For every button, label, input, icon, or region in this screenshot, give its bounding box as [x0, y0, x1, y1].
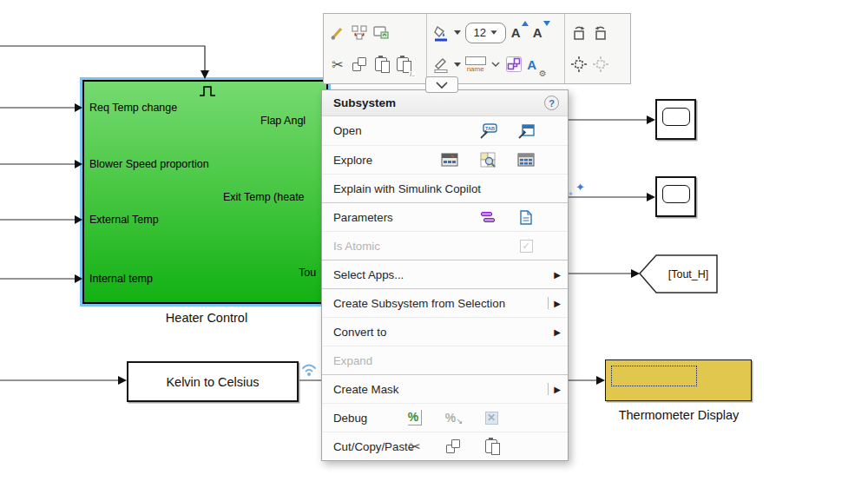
submenu-arrow-icon: ▶ [554, 270, 561, 280]
signal-table-icon[interactable] [431, 151, 469, 168]
block-parameters-icon[interactable] [469, 209, 507, 226]
copy-as-image-button[interactable] [372, 22, 390, 44]
coverage-on-icon[interactable]: % [396, 410, 434, 425]
heater-block-caption: Heater Control [82, 311, 331, 325]
heater-control-subsystem-block[interactable]: Req Temp change Blower Speed proportion … [82, 80, 328, 304]
context-menu-title: Subsystem [333, 96, 544, 109]
scope-screen [662, 185, 690, 203]
subsystem-context-menu: Subsystem ? Open TAB [321, 89, 569, 461]
paste-button[interactable] [372, 53, 390, 76]
decrease-font-button[interactable]: A [532, 22, 549, 44]
menu-item-parameters[interactable]: Parameters [322, 202, 568, 231]
simulink-model-canvas: [Tout_H] Req Temp change Blower Speed pr… [0, 0, 868, 488]
font-size-combo[interactable]: 12 [465, 23, 506, 43]
rotate-counterclockwise-button[interactable] [592, 22, 609, 44]
font-size-caret [490, 30, 496, 35]
thermometer-screen [611, 366, 697, 386]
line-color-dropdown-caret[interactable] [454, 63, 461, 67]
font-size-value: 12 [473, 26, 485, 39]
svg-text:TAB: TAB [485, 126, 495, 131]
increase-font-button[interactable]: A [510, 22, 528, 44]
copilot-sparkles-icon[interactable]: ✦✦ [557, 181, 595, 196]
help-icon[interactable]: ? [544, 96, 559, 110]
toolbar-group-clipboard: ✂ /.. [324, 14, 426, 83]
input-port-label: Blower Speed proportion [89, 157, 209, 171]
menu-item-convert-to[interactable]: Convert to ▶ [322, 317, 568, 346]
autosize-block-button[interactable] [570, 53, 588, 76]
menu-item-create-subsystem[interactable]: Create Subsystem from Selection ▶ [322, 288, 568, 317]
paste-icon[interactable] [472, 439, 510, 455]
kelvin-label: Kelvin to Celsius [166, 375, 259, 389]
find-in-model-icon[interactable] [469, 151, 507, 168]
show-block-name-button[interactable]: name [465, 53, 486, 76]
line-color-button[interactable] [432, 53, 450, 76]
format-painter-button[interactable] [329, 22, 346, 44]
block-name-caret[interactable] [490, 61, 501, 68]
wire-trigger[interactable] [0, 46, 205, 70]
model-explorer-icon[interactable] [507, 151, 545, 168]
copy-icon[interactable] [434, 439, 472, 455]
menu-item-create-mask[interactable]: Create Mask ▶ [322, 374, 568, 403]
scope-screen [662, 108, 690, 126]
autosize-block-disabled-button [592, 53, 609, 76]
context-menu-header: Subsystem ? [322, 90, 568, 116]
trigger-port-icon [198, 84, 219, 97]
scope-block-1[interactable] [655, 99, 696, 140]
menu-item-select-apps[interactable]: Select Apps... ▶ [322, 260, 568, 288]
toolbar-group-rotate [564, 14, 630, 83]
kelvin-to-celsius-block[interactable]: Kelvin to Celsius [127, 361, 299, 402]
properties-document-icon[interactable] [507, 209, 545, 226]
paste-duplicate-inport-button[interactable]: /.. [394, 53, 411, 76]
input-port-label: Req Temp change [89, 101, 177, 115]
cut-icon[interactable]: ✂ [396, 439, 434, 455]
copy-button[interactable] [351, 53, 368, 76]
signal-streaming-badge-icon[interactable] [299, 360, 319, 379]
submenu-arrow-icon: ▶ [554, 327, 561, 337]
chevron-down-icon [435, 81, 449, 89]
fill-color-dropdown-caret[interactable] [454, 30, 461, 35]
thermometer-caption: Thermometer Display [583, 408, 774, 422]
cut-button[interactable]: ✂ [329, 53, 346, 76]
atomic-checkbox-icon: ✓ [507, 240, 545, 253]
toolbar-collapse-chevron[interactable] [425, 76, 458, 93]
output-port-label: Tou [299, 266, 316, 280]
font-settings-button[interactable]: A⚙ [527, 53, 544, 76]
rotate-clockwise-button[interactable] [570, 22, 588, 44]
fill-color-button[interactable] [432, 22, 450, 44]
menu-item-cut-copy-paste[interactable]: Cut/Copy/Paste ✂ [322, 432, 568, 460]
open-in-window-icon[interactable] [507, 122, 545, 140]
menu-item-explain-copilot[interactable]: Explain with Simulink Copilot ✦✦ [322, 174, 568, 202]
coverage-off-icon: ✕ [472, 410, 510, 425]
thermometer-display-block[interactable] [605, 359, 752, 401]
toolbar-group-format: 12 A A name [426, 14, 565, 83]
menu-item-explore[interactable]: Explore [322, 145, 568, 174]
port-labels-button[interactable] [505, 53, 523, 76]
menu-item-debug[interactable]: Debug % %↘ ✕ [322, 403, 568, 432]
menu-item-is-atomic: Is Atomic ✓ [322, 231, 568, 260]
input-port-label: External Temp [89, 213, 159, 227]
coverage-highlight-icon: %↘ [434, 410, 472, 425]
open-in-tab-icon[interactable]: TAB [469, 122, 507, 140]
output-port-label: Flap Angl [260, 114, 306, 128]
submenu-arrow-icon: ▶ [554, 299, 561, 308]
goto-tag-tout-h[interactable]: [Tout_H] [640, 255, 717, 293]
submenu-arrow-icon: ▶ [554, 385, 561, 394]
goto-tag-label: [Tout_H] [668, 268, 709, 280]
format-mini-toolbar: ✂ /.. 12 [323, 13, 631, 84]
output-port-label: Exit Temp (heate [223, 190, 305, 204]
menu-item-expand: Expand [322, 346, 568, 374]
menu-item-open[interactable]: Open TAB [322, 116, 568, 145]
input-port-label: Internal temp [89, 272, 153, 286]
arrange-blocks-button[interactable] [351, 22, 368, 44]
scope-block-2[interactable] [655, 176, 696, 217]
